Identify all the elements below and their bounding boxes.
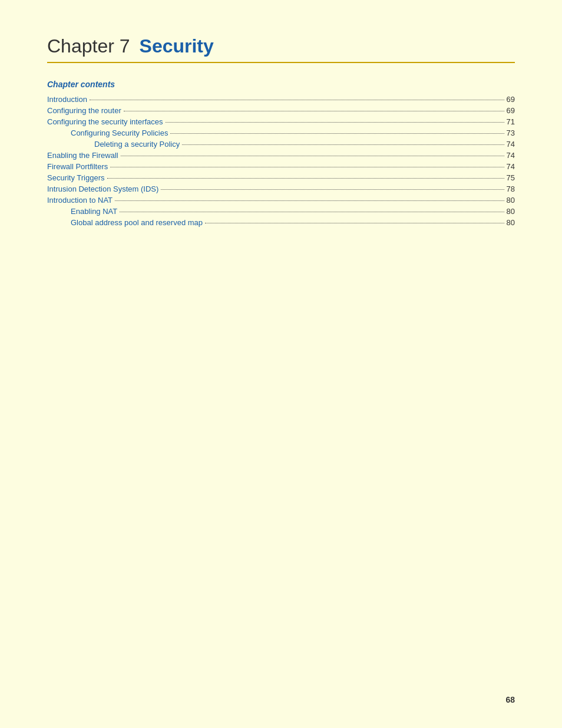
toc-link[interactable]: Enabling NAT [71,207,117,216]
toc-item: Introduction to NAT 80 [47,196,515,205]
chapter-contents: Chapter contents Introduction 69 Configu… [47,80,515,227]
page-container: Chapter 7 Security Chapter contents Intr… [0,0,562,265]
toc-link[interactable]: Security Triggers [47,173,105,182]
toc-link[interactable]: Global address pool and reserved map [71,218,203,227]
toc-item: Configuring the security interfaces 71 [47,117,515,126]
toc-list: Introduction 69 Configuring the router 6… [47,95,515,227]
toc-item: Global address pool and reserved map 80 [47,218,515,227]
toc-item: Configuring Security Policies 73 [47,129,515,137]
toc-page: 69 [507,95,515,104]
chapter-label: Chapter 7 [47,35,130,57]
toc-dots [121,156,504,156]
toc-dots [124,111,504,111]
toc-page: 80 [507,218,515,227]
toc-dots [166,122,504,123]
toc-dots [110,167,504,167]
toc-page: 74 [507,151,515,160]
toc-page: 69 [507,106,515,115]
toc-item: Enabling NAT 80 [47,207,515,216]
toc-item: Deleting a security Policy 74 [47,140,515,149]
toc-page: 80 [507,196,515,205]
toc-item: Intrusion Detection System (IDS) 78 [47,185,515,193]
toc-dots [120,212,504,212]
chapter-title: Security [140,35,214,57]
toc-page: 71 [507,117,515,126]
toc-item: Firewall Portfilters 74 [47,162,515,171]
toc-dots [115,200,504,201]
toc-item: Configuring the router 69 [47,106,515,115]
toc-dots [182,144,504,145]
chapter-header: Chapter 7 Security [47,35,515,63]
toc-dots [205,223,504,223]
toc-page: 74 [507,140,515,149]
toc-dots [170,133,504,134]
toc-link[interactable]: Deleting a security Policy [94,140,180,149]
toc-link[interactable]: Introduction [47,95,87,104]
toc-page: 73 [507,129,515,137]
toc-dots [107,178,504,179]
toc-item: Enabling the Firewall 74 [47,151,515,160]
toc-link[interactable]: Firewall Portfilters [47,162,108,171]
toc-dots [161,189,504,190]
toc-page: 74 [507,162,515,171]
toc-page: 75 [507,173,515,182]
toc-link[interactable]: Configuring the security interfaces [47,117,163,126]
toc-link[interactable]: Configuring Security Policies [71,129,168,137]
page-number: 68 [505,695,515,704]
toc-link[interactable]: Intrusion Detection System (IDS) [47,185,158,193]
toc-dots [90,100,504,100]
toc-link[interactable]: Introduction to NAT [47,196,113,205]
chapter-contents-heading: Chapter contents [47,80,515,89]
toc-link[interactable]: Enabling the Firewall [47,151,118,160]
toc-item: Introduction 69 [47,95,515,104]
toc-page: 80 [507,207,515,216]
toc-item: Security Triggers 75 [47,173,515,182]
toc-page: 78 [507,185,515,193]
toc-link[interactable]: Configuring the router [47,106,121,115]
